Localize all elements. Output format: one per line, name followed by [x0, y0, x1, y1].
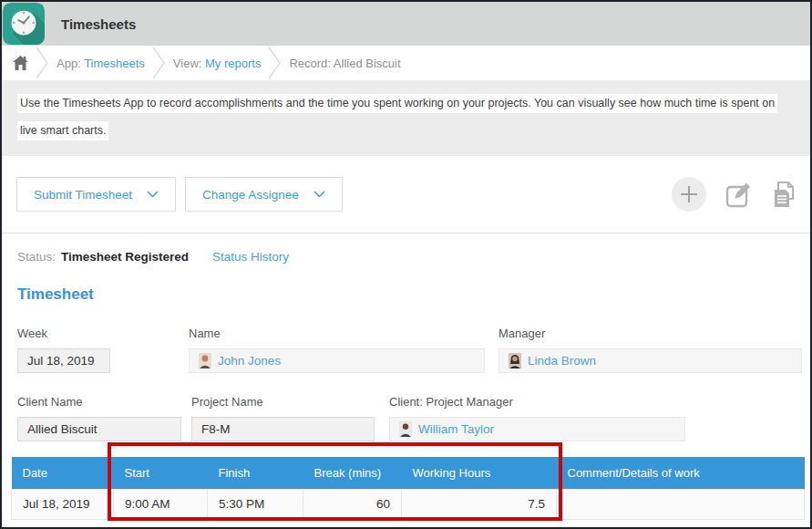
breadcrumb-app-prefix: App: — [57, 57, 84, 70]
user-avatar — [199, 353, 211, 368]
field-project-name: Project Name F8-M — [191, 395, 375, 441]
chevron-down-icon — [147, 191, 159, 198]
chevron-down-icon — [313, 191, 325, 198]
table-row: Jul 18, 2019 9:00 AM 5:30 PM 60 7.5 — [12, 489, 805, 519]
cell-working-hours: 7.5 — [402, 489, 557, 519]
week-value: Jul 18, 2019 — [17, 348, 110, 373]
chevron-right-icon — [36, 47, 49, 79]
client-pm-label: Client: Project Manager — [389, 395, 685, 409]
user-avatar — [399, 421, 412, 437]
breadcrumb-app: App: Timesheets — [57, 57, 145, 70]
page-title: Timesheets — [61, 16, 136, 32]
edit-icon — [725, 181, 753, 209]
breadcrumb-app-link[interactable]: Timesheets — [84, 57, 145, 70]
field-client-name: Client Name Allied Biscuit — [17, 395, 181, 441]
record-header: Status: Timesheet Registered Status Hist… — [2, 233, 810, 304]
status-value: Timesheet Registered — [61, 250, 189, 264]
cell-comment — [557, 489, 805, 519]
status-label: Status: — [17, 250, 56, 264]
top-bar: Timesheets — [2, 2, 810, 46]
clock-icon — [3, 3, 45, 45]
col-header-date: Date — [12, 457, 114, 489]
col-header-comment: Comment/Details of work — [557, 457, 805, 489]
field-client-project-manager: Client: Project Manager William Taylor — [389, 395, 685, 441]
col-header-working-hours: Working Hours — [402, 457, 557, 489]
col-header-finish: Finish — [208, 457, 303, 489]
submit-timesheet-button[interactable]: Submit Timesheet — [16, 177, 176, 212]
copy-icon — [771, 181, 796, 209]
change-assignee-label: Change Assignee — [202, 188, 299, 202]
submit-timesheet-label: Submit Timesheet — [34, 188, 132, 202]
plus-icon — [680, 185, 698, 203]
name-label: Name — [189, 327, 485, 340]
breadcrumb-record: Record: Allied Biscuit — [289, 57, 400, 70]
copy-record-button[interactable] — [771, 181, 796, 209]
cell-finish: 5:30 PM — [208, 489, 303, 519]
chevron-right-icon — [152, 47, 166, 79]
add-record-button[interactable] — [672, 177, 706, 212]
manager-label: Manager — [499, 327, 802, 340]
status-history-link[interactable]: Status History — [212, 250, 289, 264]
timesheet-table: Date Start Finish Break (mins) Working H… — [11, 457, 805, 520]
chevron-right-icon — [268, 47, 282, 79]
breadcrumb-view-link[interactable]: My reports — [205, 57, 261, 70]
user-avatar — [509, 353, 521, 368]
cell-date: Jul 18, 2019 — [12, 489, 114, 519]
client-pm-value-link[interactable]: William Taylor — [418, 422, 494, 436]
edit-record-button[interactable] — [725, 181, 753, 209]
description-line-1: Use the Timesheets App to record accompl… — [17, 94, 777, 113]
field-row-2: Client Name Allied Biscuit Project Name … — [2, 395, 810, 441]
section-title: Timesheet — [17, 285, 795, 304]
cell-break: 60 — [303, 489, 402, 519]
week-label: Week — [17, 327, 110, 340]
field-row-1: Week Jul 18, 2019 Name John Jones Manage… — [2, 327, 810, 373]
change-assignee-button[interactable]: Change Assignee — [185, 177, 343, 212]
app-description: Use the Timesheets App to record accompl… — [2, 80, 810, 156]
breadcrumb-view-prefix: View: — [173, 57, 205, 70]
cell-start: 9:00 AM — [114, 489, 208, 519]
record-toolbar: Submit Timesheet Change Assignee — [2, 156, 810, 233]
description-line-2: live smart charts. — [17, 121, 108, 140]
breadcrumb: App: Timesheets View: My reports Record:… — [2, 46, 810, 80]
table-header-row: Date Start Finish Break (mins) Working H… — [12, 457, 805, 489]
client-name-value: Allied Biscuit — [17, 417, 181, 441]
col-header-start: Start — [114, 457, 208, 489]
breadcrumb-view: View: My reports — [173, 57, 262, 70]
name-value-link[interactable]: John Jones — [218, 354, 281, 368]
project-name-value: F8-M — [191, 417, 375, 441]
field-name: Name John Jones — [189, 327, 485, 373]
field-manager: Manager Linda Brown — [499, 327, 802, 373]
client-name-label: Client Name — [17, 395, 181, 409]
project-name-label: Project Name — [191, 395, 375, 409]
app-window: Timesheets App: Timesheets View: My repo… — [0, 0, 812, 529]
home-icon[interactable] — [13, 56, 28, 70]
manager-value-link[interactable]: Linda Brown — [528, 354, 596, 368]
field-week: Week Jul 18, 2019 — [17, 327, 110, 373]
col-header-break: Break (mins) — [303, 457, 402, 489]
